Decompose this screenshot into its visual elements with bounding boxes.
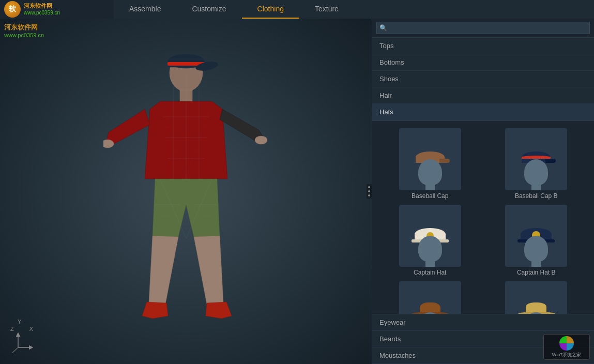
category-hair[interactable]: Hair — [372, 87, 594, 104]
category-hats[interactable]: Hats — [372, 104, 594, 120]
right-panel: 🔍 Tops Bottoms Shoes Hair Hats — [372, 19, 594, 364]
axis-z: Z — [10, 326, 14, 332]
head-shape-2 — [524, 159, 548, 185]
logo-area: 软 河东软件网 www.pc0359.cn — [0, 0, 114, 19]
neck-shape-2 — [531, 182, 541, 190]
category-shoes[interactable]: Shoes — [372, 71, 594, 87]
main-content: 河东软件网 www.pc0359.cn — [0, 19, 594, 364]
tab-texture[interactable]: Texture — [299, 0, 354, 19]
hat-grid: Baseball Cap Baseball Cap B — [372, 121, 594, 314]
search-icon: 🔍 — [379, 24, 387, 32]
character-3d — [103, 34, 269, 334]
head-shape-1 — [418, 159, 442, 185]
axis-arrows — [10, 332, 36, 353]
neck-shape-1 — [425, 182, 435, 190]
head-shape-4 — [524, 236, 548, 262]
hat-preview-baseball-cap-b — [505, 128, 567, 190]
mannequin-straw — [521, 305, 552, 314]
logo-line1: 河东软件网 — [24, 3, 60, 9]
logo-line2: www.pc0359.cn — [24, 10, 60, 16]
axis-y: Y — [18, 318, 36, 325]
head-shape-3 — [418, 236, 442, 262]
top-nav: 软 河东软件网 www.pc0359.cn Assemble Customize… — [0, 0, 594, 19]
viewport-dot — [368, 186, 370, 188]
tab-clothing[interactable]: Clothing — [242, 0, 299, 19]
hat-preview-captain-hat — [399, 205, 461, 267]
category-tops[interactable]: Tops — [372, 38, 594, 54]
logo-icon: 软 — [4, 1, 21, 18]
hat-item-captain-hat[interactable]: Captain Hat — [379, 205, 481, 276]
watermark: 河东软件网 www.pc0359.cn — [4, 23, 44, 38]
hat-preview-cowboy-hat — [399, 281, 461, 314]
watermark-line2: www.pc0359.cn — [4, 32, 44, 38]
mannequin-baseball-cap-b — [521, 151, 552, 190]
category-bottoms[interactable]: Bottoms — [372, 54, 594, 71]
hat-preview-captain-hat-b — [505, 205, 567, 267]
axis-indicator: Y Z X — [10, 318, 36, 354]
hat-item-baseball-cap[interactable]: Baseball Cap — [379, 128, 481, 200]
svg-line-27 — [11, 347, 18, 353]
viewport-dot — [368, 190, 370, 192]
watermark-line1: 河东软件网 — [4, 23, 44, 32]
tab-customize[interactable]: Customize — [176, 0, 241, 19]
hat-item-cowboy-hat[interactable]: Cowboy Hat — [379, 281, 481, 314]
neck-shape-3 — [425, 259, 435, 267]
hat-item-straw-hat[interactable]: Straw Hat — [486, 281, 587, 314]
hat-label-baseball-cap-b: Baseball Cap B — [515, 192, 558, 200]
mannequin-cowboy — [415, 305, 446, 314]
mannequin-captain-hat-b — [521, 228, 552, 267]
viewport[interactable]: 河东软件网 www.pc0359.cn — [0, 19, 372, 364]
hat-label-baseball-cap: Baseball Cap — [412, 192, 448, 200]
axis-x: X — [29, 326, 33, 332]
win7-logo — [559, 336, 574, 351]
hat-item-captain-hat-b[interactable]: Captain Hat B — [486, 205, 587, 276]
logo-text: 河东软件网 www.pc0359.cn — [24, 3, 60, 16]
search-wrapper: 🔍 — [376, 22, 590, 34]
win7-badge: Win7系统之家 — [543, 334, 590, 360]
hat-label-captain-hat: Captain Hat — [414, 269, 446, 276]
hat-item-baseball-cap-b[interactable]: Baseball Cap B — [486, 128, 587, 200]
hat-label-captain-hat-b: Captain Hat B — [517, 269, 556, 276]
search-input[interactable] — [376, 22, 590, 34]
svg-point-10 — [103, 140, 114, 148]
win7-logo-inner — [559, 336, 574, 351]
search-bar: 🔍 — [372, 19, 594, 38]
hat-preview-straw-hat — [505, 281, 567, 314]
category-eyewear[interactable]: Eyewear — [372, 314, 594, 331]
category-list-top: Tops Bottoms Shoes Hair Hats — [372, 38, 594, 120]
neck-shape-4 — [531, 259, 541, 267]
svg-point-11 — [255, 136, 267, 144]
nav-tabs: Assemble Customize Clothing Texture — [114, 0, 594, 19]
mannequin-baseball-cap — [415, 151, 446, 190]
mannequin-captain-hat — [415, 228, 446, 267]
viewport-dots — [367, 184, 372, 199]
hat-preview-baseball-cap — [399, 128, 461, 190]
hat-grid-container[interactable]: Baseball Cap Baseball Cap B — [372, 120, 594, 314]
win7-text: Win7系统之家 — [552, 352, 582, 358]
viewport-dot — [368, 194, 370, 196]
tab-assemble[interactable]: Assemble — [114, 0, 176, 19]
axis-zx: Z X — [10, 326, 36, 332]
character-svg — [103, 34, 269, 334]
